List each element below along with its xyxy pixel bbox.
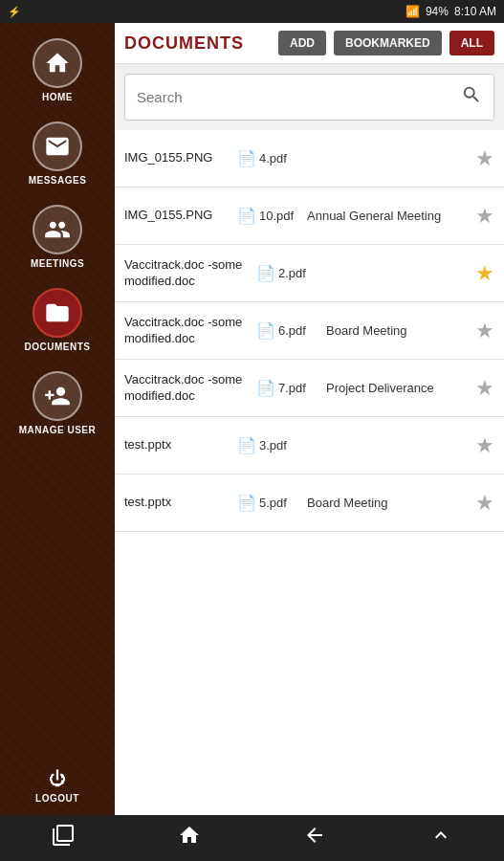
doc-category: Board Meeting xyxy=(326,323,468,338)
pdf-indicator: 📄 2.pdf xyxy=(256,264,318,282)
manage-user-label: MANAGE USER xyxy=(19,425,97,435)
home-icon-circle xyxy=(33,38,82,88)
pdf-label: 2.pdf xyxy=(278,266,306,280)
pdf-label: 10.pdf xyxy=(259,209,294,223)
manage-user-icon-circle xyxy=(33,371,82,421)
pdf-icon: 📄 xyxy=(237,149,256,167)
usb-icon: ⚡ xyxy=(8,6,21,18)
sidebar-item-manage-user[interactable]: MANAGE USER xyxy=(0,364,115,443)
pdf-icon: 📄 xyxy=(256,321,275,340)
home-nav-icon[interactable] xyxy=(178,824,201,852)
table-row[interactable]: IMG_0155.PNG 📄 4.pdf ★ xyxy=(115,130,504,188)
star-icon[interactable]: ★ xyxy=(475,319,494,343)
table-row[interactable]: IMG_0155.PNG 📄 10.pdf Annual General Mee… xyxy=(115,188,504,245)
messages-icon-circle xyxy=(33,121,82,171)
all-button[interactable]: ALL xyxy=(449,31,494,55)
sidebar-item-messages[interactable]: MESSAGES xyxy=(0,114,115,193)
pdf-icon: 📄 xyxy=(237,207,256,225)
table-row[interactable]: test.pptx 📄 5.pdf Board Meeting ★ xyxy=(115,475,504,532)
status-left: ⚡ xyxy=(8,6,21,18)
doc-name: test.pptx xyxy=(124,437,230,453)
pdf-icon: 📄 xyxy=(237,494,256,512)
search-button[interactable] xyxy=(449,75,493,120)
status-bar: ⚡ 📶 94% 8:10 AM xyxy=(0,0,504,23)
documents-label: DOCUMENTS xyxy=(25,342,91,352)
star-icon[interactable]: ★ xyxy=(475,433,494,458)
pdf-icon: 📄 xyxy=(256,379,275,397)
bookmarked-button[interactable]: BOOKMARKED xyxy=(334,31,442,55)
pdf-icon: 📄 xyxy=(256,264,275,282)
search-box xyxy=(124,74,494,121)
sidebar-item-home[interactable]: HOME xyxy=(0,31,115,110)
star-icon[interactable]: ★ xyxy=(475,204,494,229)
bottom-nav xyxy=(0,815,504,861)
logout-label: LOGOUT xyxy=(35,793,79,804)
sidebar-item-documents[interactable]: DOCUMENTS xyxy=(0,280,115,360)
doc-category: Annual General Meeting xyxy=(307,209,468,223)
add-button[interactable]: ADD xyxy=(278,31,326,55)
home-label: HOME xyxy=(42,92,73,102)
pdf-indicator: 📄 3.pdf xyxy=(237,436,299,454)
pdf-label: 6.pdf xyxy=(278,323,306,338)
sidebar-item-meetings[interactable]: MEETINGS xyxy=(0,197,115,276)
logout-button[interactable]: ⏻ LOGOUT xyxy=(0,758,115,815)
search-input[interactable] xyxy=(125,79,449,115)
doc-category: Project Deliverance xyxy=(326,381,468,395)
pdf-label: 3.pdf xyxy=(259,438,287,453)
pdf-icon: 📄 xyxy=(237,436,256,454)
status-right: 📶 94% 8:10 AM xyxy=(405,5,496,18)
table-row[interactable]: test.pptx 📄 3.pdf ★ xyxy=(115,417,504,475)
time-text: 8:10 AM xyxy=(454,5,496,18)
table-row[interactable]: Vaccitrack.doc -some modified.doc 📄 6.pd… xyxy=(115,302,504,360)
star-icon[interactable]: ★ xyxy=(475,261,494,286)
messages-label: MESSAGES xyxy=(29,175,87,186)
recent-apps-icon[interactable] xyxy=(52,824,75,852)
doc-name: IMG_0155.PNG xyxy=(124,208,230,224)
search-container xyxy=(115,64,504,130)
wifi-icon: 📶 xyxy=(405,5,420,18)
logout-icon: ⏻ xyxy=(49,769,66,789)
star-icon[interactable]: ★ xyxy=(475,376,494,401)
doc-name: Vaccitrack.doc -some modified.doc xyxy=(124,372,249,405)
doc-category: Board Meeting xyxy=(307,496,468,510)
star-icon[interactable]: ★ xyxy=(475,491,494,516)
doc-name: test.pptx xyxy=(124,495,230,511)
pdf-label: 5.pdf xyxy=(259,496,287,510)
document-list: IMG_0155.PNG 📄 4.pdf ★ IMG_0155.PNG 📄 10… xyxy=(115,130,504,815)
pdf-indicator: 📄 10.pdf xyxy=(237,207,299,225)
meetings-label: MEETINGS xyxy=(31,258,84,269)
table-row[interactable]: Vaccitrack.doc -some modified.doc 📄 7.pd… xyxy=(115,360,504,417)
documents-icon-circle xyxy=(33,288,82,338)
doc-name: IMG_0155.PNG xyxy=(124,150,230,166)
pdf-indicator: 📄 6.pdf xyxy=(256,321,318,340)
battery-text: 94% xyxy=(426,5,449,18)
pdf-indicator: 📄 4.pdf xyxy=(237,149,299,167)
table-row[interactable]: Vaccitrack.doc -some modified.doc 📄 2.pd… xyxy=(115,245,504,302)
sidebar: HOME MESSAGES MEETINGS xyxy=(0,23,115,815)
pdf-label: 7.pdf xyxy=(278,381,306,395)
star-icon[interactable]: ★ xyxy=(475,146,494,171)
header: DOCUMENTS ADD BOOKMARKED ALL xyxy=(115,23,504,64)
content-area: DOCUMENTS ADD BOOKMARKED ALL IMG_0155.PN… xyxy=(115,23,504,815)
pdf-indicator: 📄 5.pdf xyxy=(237,494,299,512)
pdf-indicator: 📄 7.pdf xyxy=(256,379,318,397)
page-title: DOCUMENTS xyxy=(124,33,271,54)
pdf-label: 4.pdf xyxy=(259,151,287,166)
doc-name: Vaccitrack.doc -some modified.doc xyxy=(124,315,249,347)
back-icon[interactable] xyxy=(303,824,326,852)
up-icon[interactable] xyxy=(429,824,452,852)
doc-name: Vaccitrack.doc -some modified.doc xyxy=(124,257,249,290)
meetings-icon-circle xyxy=(33,205,82,254)
